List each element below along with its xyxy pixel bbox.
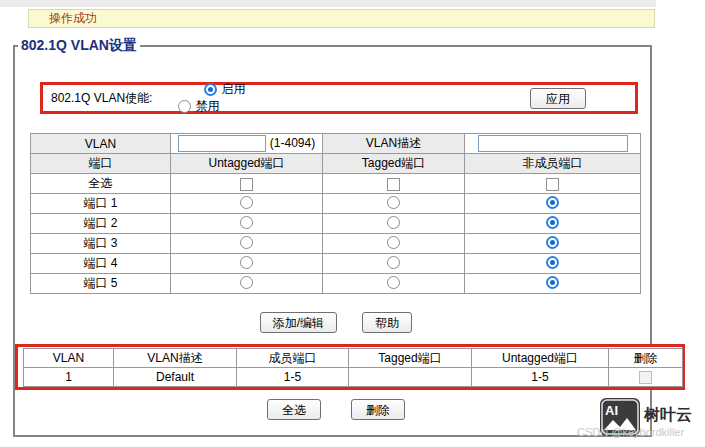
port-row: 端口 4 — [31, 254, 641, 274]
cell-delete — [609, 368, 683, 387]
cell-untagged-ports: 1-5 — [472, 368, 609, 387]
col-port: 端口 — [31, 154, 171, 174]
tagged-radio-cell — [323, 194, 465, 214]
nonmember-radio[interactable] — [546, 276, 559, 289]
column-header-row: 端口 Untagged端口 Tagged端口 非成员端口 — [31, 154, 641, 174]
tagged-radio-cell — [323, 274, 465, 294]
port-name: 端口 2 — [31, 214, 171, 234]
vlan-id-cell: (1-4094) — [171, 134, 323, 154]
port-name: 端口 4 — [31, 254, 171, 274]
vlan-list-table: VLAN VLAN描述 成员端口 Tagged端口 Untagged端口 删除 … — [23, 348, 683, 387]
vlan-list-row: 1Default1-51-5 — [24, 368, 683, 387]
list-col-untagged: Untagged端口 — [472, 349, 609, 368]
page-title: 802.1Q VLAN设置 — [18, 37, 140, 55]
nonmember-radio-cell — [465, 214, 641, 234]
nonmember-radio[interactable] — [546, 216, 559, 229]
status-banner: 操作成功 — [28, 9, 655, 28]
select-all-label: 全选 — [31, 174, 171, 194]
list-button-row: 全选 删除 — [0, 399, 672, 420]
list-col-delete: 删除 — [609, 349, 683, 368]
apply-button[interactable]: 应用 — [530, 88, 586, 109]
vlan-enable-label: 802.1Q VLAN使能: — [51, 90, 152, 107]
untagged-radio[interactable] — [240, 276, 253, 289]
port-name: 端口 3 — [31, 234, 171, 254]
radio-icon[interactable] — [178, 100, 191, 113]
list-col-desc: VLAN描述 — [114, 349, 237, 368]
vlan-enable-option-0[interactable]: 启用 — [204, 81, 245, 98]
select-all-untagged-cell — [171, 174, 323, 194]
vlan-enable-options: 启用禁用 — [152, 81, 245, 115]
untagged-radio[interactable] — [240, 256, 253, 269]
tagged-radio[interactable] — [387, 256, 400, 269]
port-row: 端口 1 — [31, 194, 641, 214]
delete-button[interactable]: 删除 — [351, 399, 405, 420]
select-all-nonmember-cell — [465, 174, 641, 194]
port-row: 端口 3 — [31, 234, 641, 254]
untagged-radio[interactable] — [240, 196, 253, 209]
untagged-radio-cell — [171, 214, 323, 234]
vlan-enable-section: 802.1Q VLAN使能: 启用禁用 应用 — [40, 82, 638, 114]
tagged-radio-cell — [323, 214, 465, 234]
col-untagged: Untagged端口 — [171, 154, 323, 174]
nonmember-radio[interactable] — [546, 196, 559, 209]
select-all-untagged-checkbox[interactable] — [240, 178, 253, 191]
select-all-tagged-checkbox[interactable] — [387, 178, 400, 191]
vlan-desc-label: VLAN描述 — [323, 134, 465, 154]
cell-tagged-ports — [349, 368, 472, 387]
vlan-desc-cell — [465, 134, 641, 154]
radio-option-label: 禁用 — [195, 98, 219, 115]
watermark-brand: 树叶云 — [644, 405, 692, 426]
cell-vlan-id: 1 — [24, 368, 114, 387]
tagged-radio[interactable] — [387, 196, 400, 209]
radio-option-label: 启用 — [221, 81, 245, 98]
untagged-radio[interactable] — [240, 216, 253, 229]
select-all-nonmember-checkbox[interactable] — [546, 178, 559, 191]
nonmember-radio[interactable] — [546, 236, 559, 249]
port-row: 端口 2 — [31, 214, 641, 234]
nonmember-radio-cell — [465, 234, 641, 254]
col-tagged: Tagged端口 — [323, 154, 465, 174]
radio-icon[interactable] — [204, 83, 217, 96]
cell-member-ports: 1-5 — [237, 368, 349, 387]
vlan-edit-table: VLAN (1-4094) VLAN描述 端口 Untagged端口 Tagge… — [30, 133, 641, 294]
vlan-list-header-row: VLAN VLAN描述 成员端口 Tagged端口 Untagged端口 删除 — [24, 349, 683, 368]
nonmember-radio-cell — [465, 254, 641, 274]
status-message: 操作成功 — [49, 11, 97, 25]
add-edit-button[interactable]: 添加/编辑 — [260, 312, 337, 333]
top-strip — [0, 0, 656, 7]
select-all-tagged-cell — [323, 174, 465, 194]
untagged-radio-cell — [171, 194, 323, 214]
vlan-id-row: VLAN (1-4094) VLAN描述 — [31, 134, 641, 154]
select-all-row: 全选 — [31, 174, 641, 194]
watermark: AI 树叶云 CSDN @keybordkiller — [577, 396, 705, 444]
cell-vlan-desc: Default — [114, 368, 237, 387]
col-nonmember: 非成员端口 — [465, 154, 641, 174]
select-all-button[interactable]: 全选 — [267, 399, 321, 420]
port-name: 端口 1 — [31, 194, 171, 214]
help-button[interactable]: 帮助 — [362, 312, 412, 333]
vlan-id-input[interactable] — [178, 135, 266, 152]
form-button-row: 添加/编辑 帮助 — [0, 312, 672, 333]
nonmember-radio[interactable] — [546, 256, 559, 269]
vlan-range-hint: (1-4094) — [270, 136, 315, 150]
port-name: 端口 5 — [31, 274, 171, 294]
delete-row-checkbox[interactable] — [639, 371, 652, 384]
nonmember-radio-cell — [465, 274, 641, 294]
untagged-radio[interactable] — [240, 236, 253, 249]
list-col-tagged: Tagged端口 — [349, 349, 472, 368]
tagged-radio-cell — [323, 234, 465, 254]
vlan-desc-input[interactable] — [478, 135, 628, 152]
port-row: 端口 5 — [31, 274, 641, 294]
vlan-id-label: VLAN — [31, 134, 171, 154]
tagged-radio[interactable] — [387, 276, 400, 289]
list-col-vlan: VLAN — [24, 349, 114, 368]
list-col-member: 成员端口 — [237, 349, 349, 368]
untagged-radio-cell — [171, 234, 323, 254]
tagged-radio[interactable] — [387, 236, 400, 249]
vlan-enable-option-1[interactable]: 禁用 — [178, 98, 245, 115]
tagged-radio[interactable] — [387, 216, 400, 229]
svg-text:AI: AI — [605, 403, 618, 418]
untagged-radio-cell — [171, 254, 323, 274]
tagged-radio-cell — [323, 254, 465, 274]
nonmember-radio-cell — [465, 194, 641, 214]
